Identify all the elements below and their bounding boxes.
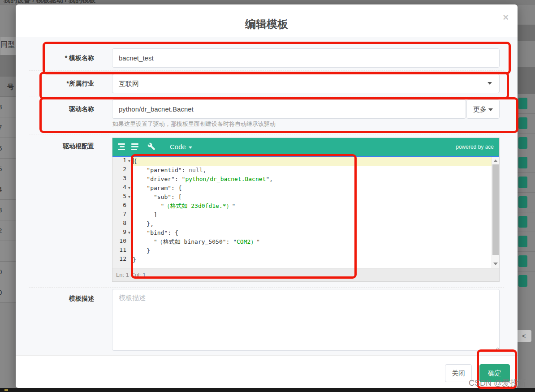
editor-code-area[interactable]: 1▼234▼5▼6789▼101112 { "parentid": null, …	[112, 157, 499, 268]
row-divider	[29, 287, 504, 288]
background-table-header	[518, 67, 535, 94]
driver-name-input[interactable]	[112, 99, 466, 119]
driver-config-label: 驱动根配置	[16, 142, 94, 151]
industry-selected-value: 互联网	[119, 80, 139, 87]
editor-code[interactable]: { "parentid": null, "driver": "python/dr…	[133, 157, 492, 268]
close-icon[interactable]: ×	[503, 13, 509, 22]
row-divider	[29, 134, 504, 134]
close-button[interactable]: 关闭	[445, 364, 472, 382]
template-name-label: * 模板名称	[16, 54, 94, 62]
compact-json-icon[interactable]	[131, 143, 139, 151]
driver-more-label: 更多	[473, 105, 487, 113]
template-desc-label: 模板描述	[16, 295, 94, 303]
editor-mode-label: Code	[170, 143, 186, 151]
chevron-down-icon	[488, 108, 493, 111]
editor-gutter: 1▼234▼5▼6789▼101112	[112, 157, 133, 268]
format-json-icon[interactable]	[118, 143, 126, 151]
chevron-down-icon	[488, 82, 492, 85]
editor-mode-dropdown[interactable]: Code	[165, 138, 197, 156]
background-right-strip: <	[518, 5, 535, 392]
edit-template-modal: 编辑模板 × * 模板名称 *所属行业 互联网 驱动名称 更多 如果这里设置了驱…	[16, 4, 518, 388]
editor-statusbar: Ln: 1 Col: 1	[112, 268, 499, 281]
breadcrumb-text: 我的设备 / 模板驱动 / 我的模板	[4, 0, 95, 4]
driver-name-label: 驱动名称	[16, 105, 94, 113]
industry-label: *所属行业	[16, 80, 94, 88]
pagination-prev-button[interactable]: <	[516, 330, 531, 342]
background-section-label: 同型	[0, 37, 16, 55]
bg-right-rows	[518, 94, 535, 291]
watermark: CSDN @爱投斯	[469, 378, 526, 388]
powered-by-ace-link[interactable]: powered by ace	[456, 138, 494, 156]
taskbar	[0, 388, 535, 392]
scroll-down-icon[interactable]	[493, 263, 498, 265]
row-divider	[29, 96, 504, 96]
driver-more-button[interactable]: 更多	[466, 99, 500, 119]
background-toolbar-row	[0, 55, 16, 77]
background-header-block	[518, 25, 535, 41]
background-left-strip: 同型 号 876548200	[0, 5, 16, 392]
scrollbar-thumb[interactable]	[492, 164, 499, 255]
footer-divider	[16, 355, 518, 356]
industry-select[interactable]: 互联网	[112, 74, 500, 93]
bg-left-rows: 876548200	[0, 97, 16, 303]
chevron-down-icon	[189, 146, 192, 149]
editor-toolbar: Code powered by ace	[112, 138, 499, 156]
repair-wrench-icon[interactable]	[147, 142, 155, 152]
driver-help-text: 如果这里设置了驱动，那模板里面创建设备时将自动继承该驱动	[112, 120, 276, 128]
taskbar-icon	[4, 389, 8, 391]
template-name-input[interactable]	[112, 48, 500, 68]
scroll-up-icon[interactable]	[493, 159, 498, 162]
background-column-header: 号	[0, 77, 16, 97]
json-editor: Code powered by ace 1▼234▼5▼6789▼101112 …	[112, 138, 500, 282]
row-divider	[29, 70, 504, 71]
screen: 我的设备 / 模板驱动 / 我的模板 同型 号 876548200 < 编辑模板…	[0, 0, 535, 392]
template-desc-textarea[interactable]	[112, 289, 500, 351]
modal-title: 编辑模板	[16, 17, 518, 31]
editor-scrollbar[interactable]	[492, 157, 499, 268]
